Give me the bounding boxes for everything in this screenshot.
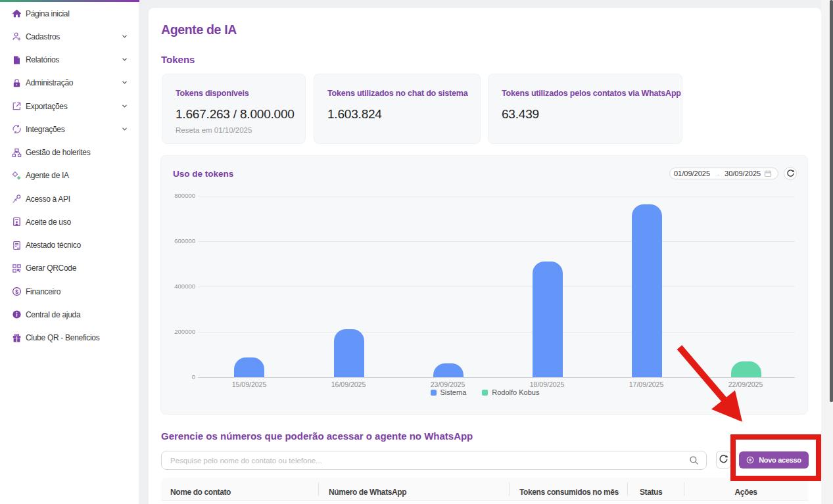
svg-text:$: $: [15, 288, 18, 295]
